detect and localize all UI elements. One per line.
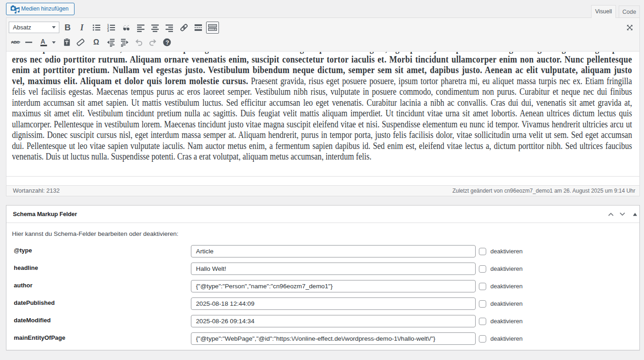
svg-text:3: 3 <box>107 29 109 32</box>
svg-text:A: A <box>40 38 45 45</box>
svg-text:Ω: Ω <box>93 38 99 46</box>
svg-text:?: ? <box>166 39 169 46</box>
